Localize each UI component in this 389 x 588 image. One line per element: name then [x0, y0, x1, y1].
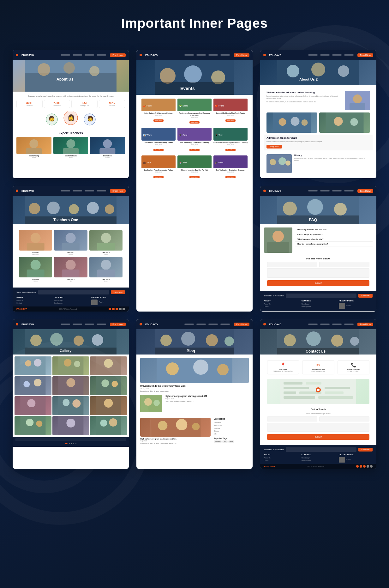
events-cta-btn[interactable]: Enroll Now	[234, 53, 249, 57]
contact-header-bar: EDUCAVO Enroll Now	[260, 319, 376, 329]
about-us-2-card: EDUCAVO Enroll Now About Us 2 Welcome to…	[260, 50, 376, 178]
phone-icon: 📞	[339, 362, 368, 367]
about-us-2-cta[interactable]: Enroll Now	[357, 53, 373, 57]
faq-cta[interactable]: Enroll Now	[357, 189, 373, 193]
faq-form-email[interactable]	[319, 262, 369, 267]
svg-point-2	[38, 63, 50, 76]
about-us-header-bar: EDUCAVO Enroll Now	[13, 50, 129, 60]
blog-post-2: High school program starting soon 2021 A…	[140, 395, 249, 415]
svg-point-132	[224, 336, 234, 346]
about-us-2-logo: EDUCAVO	[269, 54, 281, 57]
svg-rect-1	[25, 73, 117, 92]
faq-item-2: Can I change my plan later?	[295, 232, 373, 237]
svg-point-102	[74, 361, 80, 367]
svg-text:About Us 2: About Us 2	[299, 77, 318, 81]
svg-text:Blog: Blog	[187, 349, 195, 353]
contact-logo: EDUCAVO	[269, 323, 281, 326]
svg-point-82	[283, 202, 297, 215]
event-btn-2[interactable]: Read More	[189, 121, 200, 124]
faq-form-name[interactable]	[267, 262, 317, 267]
about-us-2-photo-2	[319, 112, 370, 133]
teacher-grid-6: Teacher 6 Music	[89, 257, 123, 282]
event-thumb-3: 🍎 Fruits	[213, 99, 248, 111]
faq-submit-btn[interactable]: SUBMIT	[267, 280, 369, 286]
event-btn-3[interactable]: Read More	[225, 119, 236, 122]
gallery-header-bar: EDUCAVO Enroll Now	[13, 319, 129, 329]
svg-rect-15	[63, 148, 79, 154]
about-us-description: Educavo proudly teaching online courses …	[16, 95, 125, 97]
event-thumb-1: 🌶️ Food	[141, 99, 176, 111]
svg-rect-80	[97, 270, 115, 277]
event-btn-1[interactable]: Read More	[153, 119, 164, 122]
faq-form-message[interactable]	[267, 268, 369, 278]
svg-text:About Us: About Us	[57, 77, 74, 82]
svg-point-112	[112, 381, 118, 387]
svg-rect-161	[284, 396, 315, 399]
contact-form-message[interactable]	[267, 423, 369, 432]
svg-text:🥗 Salad: 🥗 Salad	[179, 104, 188, 107]
welcome-text: Lorem ipsum dolor sit amet, consectetur …	[266, 95, 342, 100]
about-us-2-hero: About Us 2	[260, 60, 376, 85]
blog-featured-image	[140, 358, 249, 383]
svg-point-71	[66, 233, 76, 243]
svg-point-144	[176, 419, 187, 430]
svg-point-52	[291, 117, 300, 126]
gallery-cta[interactable]: Enroll Now	[110, 323, 126, 326]
svg-point-109	[66, 378, 75, 387]
teachers-hero: Teachers One	[13, 196, 129, 224]
teachers-cta[interactable]: Enroll Now	[110, 189, 126, 193]
faq-form: Fill The Form Below SUBMIT	[264, 255, 373, 288]
contact-submit-btn[interactable]: SUBMIT	[267, 434, 369, 440]
svg-point-137	[193, 360, 208, 375]
event-btn-4[interactable]: Read More	[153, 149, 164, 151]
svg-text:👩: 👩	[68, 114, 75, 121]
blog-card: EDUCAVO Enroll Now Blog University while	[136, 319, 253, 469]
event-btn-8[interactable]: Read More	[189, 176, 200, 178]
teachers-newsletter-input[interactable]	[38, 290, 109, 294]
contact-cta[interactable]: Enroll Now	[357, 323, 373, 326]
teacher-grid-4: Teacher 4 History	[19, 257, 52, 282]
blog-cta[interactable]: Enroll Now	[234, 323, 249, 326]
svg-rect-97	[20, 356, 45, 375]
svg-rect-155	[284, 387, 309, 389]
gallery-item-5	[52, 376, 89, 395]
svg-point-148	[306, 331, 321, 346]
svg-point-92	[50, 333, 63, 346]
contact-footer: Subscribe to Newsletter SUBSCRIBE ABOUT …	[260, 445, 376, 469]
event-btn-9[interactable]: Read More	[225, 176, 236, 178]
events-card: EDUCAVO Enroll Now Events 🌶️ Food	[136, 50, 253, 312]
categories-title: Categories	[214, 418, 249, 420]
event-btn-6[interactable]: Read More	[225, 149, 236, 151]
gallery-footer	[13, 437, 129, 447]
contact-form-name[interactable]	[267, 416, 317, 421]
event-btn-7[interactable]: Read More	[153, 176, 164, 178]
svg-point-141	[153, 400, 160, 406]
svg-text:💼 Jobs: 💼 Jobs	[143, 161, 151, 164]
apply-btn[interactable]: Apply Now	[266, 145, 282, 149]
teachers-footer-links: ABOUT About Us Contact COURSES Web Desig…	[16, 296, 125, 305]
teachers-copyright: EDUCAVO 2021 All Rights Reserved	[13, 306, 129, 312]
teacher-photo-2	[53, 137, 88, 154]
page-header: Important Inner Pages	[0, 0, 389, 44]
event-btn-5[interactable]: Read More	[189, 149, 200, 151]
svg-rect-76	[27, 270, 45, 277]
svg-point-66	[105, 204, 114, 214]
history-section: History Lorem ipsum dolor sit amet, cons…	[264, 152, 373, 175]
svg-point-164	[317, 389, 320, 391]
blog-post-2-title: High school program starting soon 2021	[165, 395, 207, 397]
event-item-2: 🥗 Salad Persimmon, Pomegranate, And Mass…	[177, 99, 212, 124]
about-us-cta-btn[interactable]: Enroll Now	[110, 53, 126, 57]
contact-form-email[interactable]	[319, 416, 369, 421]
teachers-newsletter-btn[interactable]: SUBSCRIBE	[111, 290, 125, 294]
about-us-logo: EDUCAVO	[21, 54, 34, 57]
teacher-grid-2: Teacher 2 Science	[54, 230, 87, 255]
gallery-hero: Gallery	[13, 329, 129, 355]
svg-point-101	[64, 359, 71, 367]
faq-logo: EDUCAVO	[269, 190, 281, 192]
faq-item-1: How long does the free trial last?	[295, 227, 373, 232]
event-item-7: 💼 Jobs Job Seekers From Overcoming Failu…	[141, 155, 176, 179]
event-item-6: 📱 Tech Educational Technology and Mobile…	[213, 128, 248, 152]
faq-card: EDUCAVO Enroll Now FAQ	[260, 186, 376, 312]
svg-point-111	[102, 379, 109, 387]
svg-text:Gallery: Gallery	[60, 349, 72, 353]
